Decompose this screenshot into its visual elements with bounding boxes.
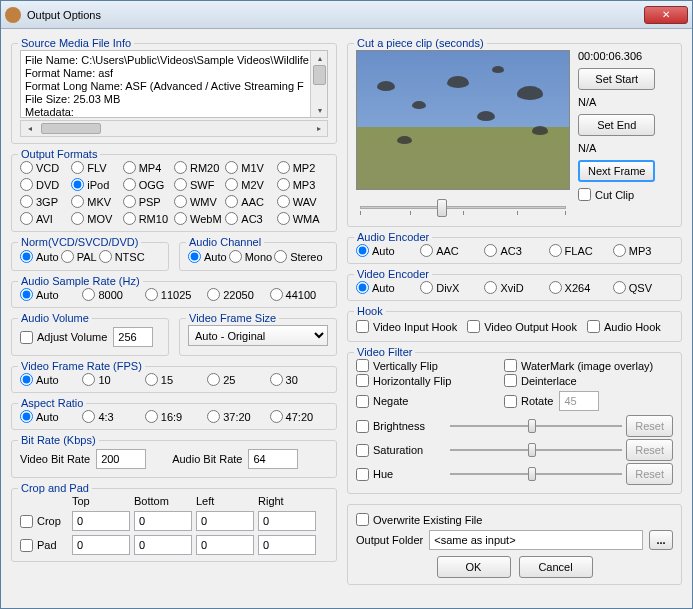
aspect-radio-169[interactable]: 16:9 xyxy=(145,410,203,423)
output-folder-input[interactable] xyxy=(429,530,643,550)
norm-radio-ntsc[interactable]: NTSC xyxy=(99,250,145,263)
audio-encoder-radio-aac[interactable]: AAC xyxy=(420,244,480,257)
close-button[interactable]: ✕ xyxy=(644,6,688,24)
crop-bottom-input[interactable] xyxy=(134,511,192,531)
format-radio-wav[interactable]: WAV xyxy=(277,195,328,208)
hue-checkbox[interactable]: Hue xyxy=(356,468,446,481)
pad-top-input[interactable] xyxy=(72,535,130,555)
pad-bottom-input[interactable] xyxy=(134,535,192,555)
format-radio-swf[interactable]: SWF xyxy=(174,178,225,191)
video-encoder-radio-auto[interactable]: Auto xyxy=(356,281,416,294)
format-radio-3gp[interactable]: 3GP xyxy=(20,195,71,208)
video-encoder-radio-qsv[interactable]: QSV xyxy=(613,281,673,294)
crop-top-input[interactable] xyxy=(72,511,130,531)
hflip-checkbox[interactable]: Horizontally Flip xyxy=(356,374,496,387)
cut-clip-checkbox[interactable]: Cut Clip xyxy=(578,188,655,201)
format-radio-mp3[interactable]: MP3 xyxy=(277,178,328,191)
format-radio-ogg[interactable]: OGG xyxy=(123,178,174,191)
video-output-hook-checkbox[interactable]: Video Output Hook xyxy=(467,320,577,333)
video-encoder-radio-x264[interactable]: X264 xyxy=(549,281,609,294)
format-radio-m2v[interactable]: M2V xyxy=(225,178,276,191)
pad-checkbox[interactable]: Pad xyxy=(20,539,68,552)
watermark-checkbox[interactable]: WaterMark (image overlay) xyxy=(504,359,673,372)
crop-left-input[interactable] xyxy=(196,511,254,531)
brightness-checkbox[interactable]: Brightness xyxy=(356,420,446,433)
audio-encoder-radio-mp3[interactable]: MP3 xyxy=(613,244,673,257)
hue-slider[interactable] xyxy=(450,465,622,483)
pad-left-input[interactable] xyxy=(196,535,254,555)
ok-button[interactable]: OK xyxy=(437,556,511,578)
vflip-checkbox[interactable]: Vertically Flip xyxy=(356,359,496,372)
format-radio-mkv[interactable]: MKV xyxy=(71,195,122,208)
format-radio-psp[interactable]: PSP xyxy=(123,195,174,208)
video-encoder-radio-divx[interactable]: DivX xyxy=(420,281,480,294)
saturation-checkbox[interactable]: Saturation xyxy=(356,444,446,457)
adjust-volume-checkbox[interactable]: Adjust Volume xyxy=(20,331,107,344)
sample-rate-radio-8000[interactable]: 8000 xyxy=(82,288,140,301)
saturation-slider[interactable] xyxy=(450,441,622,459)
audio-channel-radio-stereo[interactable]: Stereo xyxy=(274,250,322,263)
frame-size-select[interactable]: Auto - Original xyxy=(188,325,328,346)
negate-checkbox[interactable]: Negate xyxy=(356,389,496,413)
rotate-checkbox[interactable]: Rotate xyxy=(504,395,553,408)
volume-input[interactable] xyxy=(113,327,153,347)
format-radio-label: PSP xyxy=(139,196,161,208)
video-bitrate-input[interactable] xyxy=(96,449,146,469)
format-radio-rm10[interactable]: RM10 xyxy=(123,212,174,225)
sample-rate-radio-22050[interactable]: 22050 xyxy=(207,288,265,301)
set-start-button[interactable]: Set Start xyxy=(578,68,655,90)
brightness-slider[interactable] xyxy=(450,417,622,435)
format-radio-m1v[interactable]: M1V xyxy=(225,161,276,174)
aspect-radio-4720[interactable]: 47:20 xyxy=(270,410,328,423)
audio-hook-checkbox[interactable]: Audio Hook xyxy=(587,320,661,333)
format-radio-flv[interactable]: FLV xyxy=(71,161,122,174)
aspect-radio-43[interactable]: 4:3 xyxy=(82,410,140,423)
audio-channel-radio-auto[interactable]: Auto xyxy=(188,250,227,263)
format-radio-avi[interactable]: AVI xyxy=(20,212,71,225)
audio-encoder-radio-ac3[interactable]: AC3 xyxy=(484,244,544,257)
format-radio-wmv[interactable]: WMV xyxy=(174,195,225,208)
video-input-hook-checkbox[interactable]: Video Input Hook xyxy=(356,320,457,333)
format-radio-rm20[interactable]: RM20 xyxy=(174,161,225,174)
audio-bitrate-input[interactable] xyxy=(248,449,298,469)
next-frame-button[interactable]: Next Frame xyxy=(578,160,655,182)
sample-rate-radio-11025[interactable]: 11025 xyxy=(145,288,203,301)
source-info-text[interactable]: File Name: C:\Users\Public\Videos\Sample… xyxy=(20,50,328,118)
format-radio-mov[interactable]: MOV xyxy=(71,212,122,225)
sample-rate-radio-44100[interactable]: 44100 xyxy=(270,288,328,301)
format-radio-ipod[interactable]: iPod xyxy=(71,178,122,191)
scrollbar-vertical[interactable]: ▴▾ xyxy=(310,51,327,117)
fps-radio-25[interactable]: 25 xyxy=(207,373,265,386)
video-encoder-radio-xvid[interactable]: XviD xyxy=(484,281,544,294)
set-end-button[interactable]: Set End xyxy=(578,114,655,136)
cancel-button[interactable]: Cancel xyxy=(519,556,593,578)
fps-radio-auto[interactable]: Auto xyxy=(20,373,78,386)
format-radio-aac[interactable]: AAC xyxy=(225,195,276,208)
fps-radio-10[interactable]: 10 xyxy=(82,373,140,386)
audio-encoder-radio-auto[interactable]: Auto xyxy=(356,244,416,257)
overwrite-checkbox[interactable]: Overwrite Existing File xyxy=(356,513,673,526)
audio-encoder-radio-flac[interactable]: FLAC xyxy=(549,244,609,257)
format-radio-mp4[interactable]: MP4 xyxy=(123,161,174,174)
norm-radio-pal[interactable]: PAL xyxy=(61,250,97,263)
scrollbar-horizontal[interactable]: ◂▸ xyxy=(20,120,328,137)
format-radio-wma[interactable]: WMA xyxy=(277,212,328,225)
clip-slider[interactable] xyxy=(356,194,570,220)
format-radio-vcd[interactable]: VCD xyxy=(20,161,71,174)
audio-channel-radio-mono[interactable]: Mono xyxy=(229,250,273,263)
sample-rate-radio-auto[interactable]: Auto xyxy=(20,288,78,301)
deinterlace-checkbox[interactable]: Deinterlace xyxy=(504,374,673,387)
format-radio-webm[interactable]: WebM xyxy=(174,212,225,225)
fps-radio-30[interactable]: 30 xyxy=(270,373,328,386)
format-radio-ac3[interactable]: AC3 xyxy=(225,212,276,225)
crop-right-input[interactable] xyxy=(258,511,316,531)
norm-radio-auto[interactable]: Auto xyxy=(20,250,59,263)
crop-checkbox[interactable]: Crop xyxy=(20,515,68,528)
format-radio-mp2[interactable]: MP2 xyxy=(277,161,328,174)
aspect-radio-auto[interactable]: Auto xyxy=(20,410,78,423)
pad-right-input[interactable] xyxy=(258,535,316,555)
fps-radio-15[interactable]: 15 xyxy=(145,373,203,386)
aspect-radio-3720[interactable]: 37:20 xyxy=(207,410,265,423)
format-radio-dvd[interactable]: DVD xyxy=(20,178,71,191)
browse-button[interactable]: ... xyxy=(649,530,673,550)
